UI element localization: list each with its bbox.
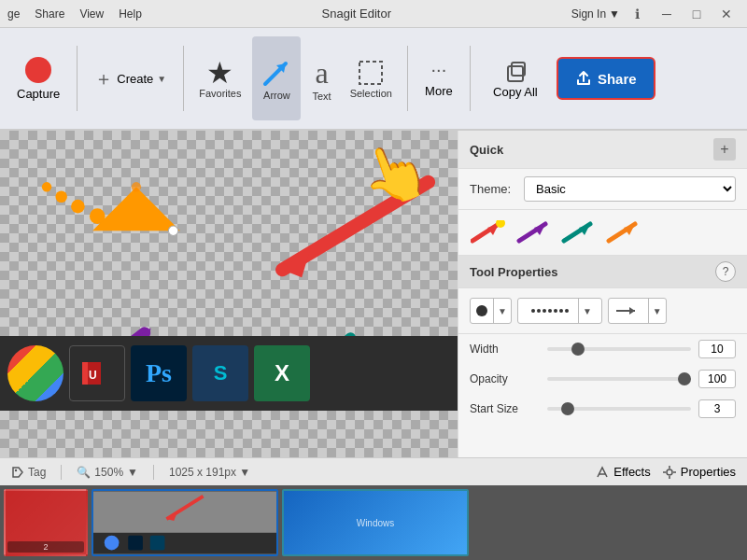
dot-style-selector[interactable]: ▼	[470, 298, 512, 324]
svg-rect-41	[93, 533, 276, 554]
info-button[interactable]: ℹ	[624, 4, 650, 24]
menu-view[interactable]: View	[79, 7, 104, 21]
arrow-label: Arrow	[263, 90, 290, 101]
sign-in-button[interactable]: Sign In ▼	[571, 7, 620, 21]
close-button[interactable]: ✕	[713, 4, 740, 24]
preset-red-arrow[interactable]	[470, 219, 507, 245]
excel-icon[interactable]: X	[254, 345, 310, 401]
dot-dropdown-icon[interactable]: ▼	[493, 299, 511, 323]
snagit-icon[interactable]: S	[192, 345, 248, 401]
svg-point-10	[132, 182, 141, 191]
svg-point-5	[42, 182, 51, 191]
tag-label: Tag	[28, 466, 46, 479]
create-plus-icon: ＋	[94, 66, 113, 91]
zoom-value: 150%	[94, 466, 123, 479]
help-button[interactable]: ?	[715, 261, 736, 282]
toolbar-separator-1	[77, 46, 78, 111]
arrow-tool[interactable]: Arrow	[252, 36, 301, 120]
status-sep-1	[61, 465, 62, 480]
opacity-slider[interactable]	[547, 377, 691, 381]
preset-orange-arrow[interactable]	[604, 219, 641, 245]
width-value[interactable]: 10	[698, 340, 736, 358]
favorites-tool[interactable]: ★ Favorites	[191, 36, 248, 120]
svg-point-42	[105, 536, 120, 551]
arrow-end-selector[interactable]: ▼	[608, 298, 667, 324]
menu-bar: ge Share View Help	[7, 7, 142, 21]
dash-dropdown-icon[interactable]: ▼	[578, 299, 596, 323]
minimize-button[interactable]: ─	[654, 4, 680, 24]
size-display[interactable]: 1025 x 191px ▼	[169, 466, 250, 479]
tag-icon	[11, 466, 24, 479]
properties-button[interactable]: Properties	[662, 465, 736, 480]
svg-point-11	[168, 226, 177, 235]
more-label: More	[425, 84, 453, 98]
canvas-area[interactable]: U Ps S X 👆	[0, 131, 458, 457]
apps-bar: U Ps S X	[0, 336, 458, 411]
maximize-button[interactable]: □	[684, 4, 710, 24]
opacity-value[interactable]: 100	[698, 370, 736, 388]
svg-marker-9	[92, 187, 180, 231]
size-dropdown-icon: ▼	[239, 466, 250, 479]
selection-label: Selection	[350, 88, 392, 99]
share-button[interactable]: Share	[557, 57, 655, 100]
svg-point-7	[71, 200, 85, 214]
svg-rect-3	[508, 66, 523, 81]
title-bar: ge Share View Help Snagit Editor Sign In…	[0, 0, 747, 28]
add-quick-button[interactable]: +	[713, 138, 736, 161]
favorites-label: Favorites	[199, 88, 241, 99]
svg-point-34	[667, 469, 672, 475]
arrow-icon	[260, 56, 293, 90]
start-size-label: Start Size	[470, 402, 540, 415]
zoom-control[interactable]: 🔍 150% ▼	[77, 466, 138, 479]
dash-style-selector[interactable]: ▼	[517, 298, 602, 324]
tool-controls: ▼ ▼	[458, 288, 747, 334]
photoshop-icon[interactable]: Ps	[131, 345, 187, 401]
tag-button[interactable]: Tag	[11, 466, 46, 479]
status-bar: Tag 🔍 150% ▼ 1025 x 191px ▼ Effects	[0, 457, 747, 485]
menu-share[interactable]: Share	[35, 7, 64, 21]
width-slider[interactable]	[547, 347, 691, 351]
more-button[interactable]: ··· More	[416, 36, 462, 120]
thumbnail-3[interactable]: Windows	[282, 489, 469, 556]
svg-point-32	[15, 469, 17, 470]
menu-help[interactable]: Help	[119, 7, 142, 21]
custom-app-icon[interactable]: U	[69, 345, 125, 401]
menu-ge[interactable]: ge	[7, 7, 20, 21]
text-tool[interactable]: a Text	[304, 36, 338, 120]
effects-label: Effects	[613, 465, 651, 479]
properties-icon	[662, 465, 677, 480]
properties-label: Properties	[681, 465, 736, 479]
opacity-label: Opacity	[470, 372, 540, 385]
selection-tool[interactable]: Selection	[343, 36, 400, 120]
thumbnail-2[interactable]	[92, 489, 278, 556]
preset-purple-arrow[interactable]	[514, 219, 552, 245]
selection-icon	[356, 58, 386, 88]
width-row: Width 10	[458, 334, 747, 364]
share-label: Share	[598, 71, 637, 87]
quick-panel-title: Quick	[470, 143, 503, 157]
app-title: Snagit Editor	[322, 7, 391, 21]
capture-button[interactable]: Capture	[7, 36, 69, 120]
share-icon	[575, 70, 592, 87]
arrow-end-dropdown-icon[interactable]: ▼	[648, 299, 666, 323]
preset-teal-arrow[interactable]	[559, 219, 597, 245]
toolbar: Capture ＋ Create ▼ ★ Favorites Arrow a T…	[0, 28, 747, 131]
thumbnail-1[interactable]: 2	[4, 489, 88, 556]
create-button[interactable]: ＋ Create ▼	[85, 36, 176, 120]
start-size-value[interactable]: 3	[698, 399, 736, 418]
more-dots-icon: ···	[431, 59, 447, 80]
theme-select[interactable]: Basic Dark Light Classic	[524, 176, 736, 202]
canvas-content: U Ps S X 👆	[0, 131, 458, 457]
zoom-dropdown-icon: ▼	[127, 466, 138, 479]
text-icon: a	[315, 56, 328, 91]
tool-properties-title: Tool Properties	[470, 265, 557, 279]
effects-button[interactable]: Effects	[595, 465, 651, 480]
search-icon: 🔍	[77, 466, 91, 479]
start-size-slider[interactable]	[547, 407, 691, 411]
copy-icon	[502, 59, 529, 85]
chrome-icon[interactable]	[7, 345, 63, 401]
svg-rect-43	[128, 536, 143, 551]
opacity-row: Opacity 100	[458, 364, 747, 394]
main-area: U Ps S X 👆 Quick + Theme: Basic Dark Lig…	[0, 131, 747, 457]
copy-all-button[interactable]: Copy All	[478, 36, 553, 120]
